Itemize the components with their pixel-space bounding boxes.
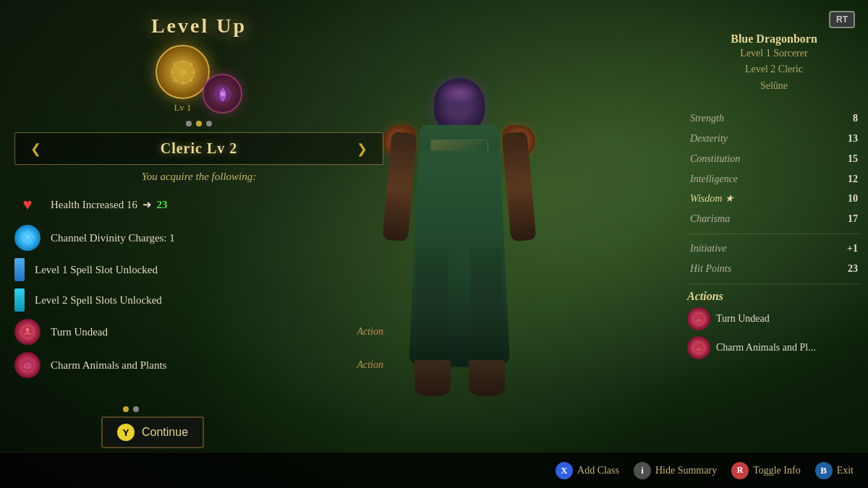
leg-left xyxy=(416,248,448,378)
action-name: Charm Animals and Pl... xyxy=(716,342,816,354)
stat-name-cell: Intelligence xyxy=(687,169,822,189)
stat-row: Charisma17 xyxy=(687,209,861,229)
b-button[interactable]: B xyxy=(815,462,833,479)
prev-class-btn[interactable]: ❮ xyxy=(27,141,45,157)
stat-value-cell: 17 xyxy=(822,209,861,229)
r-button[interactable]: R xyxy=(731,462,749,479)
stat-name-cell: Dexterity xyxy=(687,129,822,149)
spell1-bar xyxy=(14,258,25,281)
stat-name-cell: Constitution xyxy=(687,149,822,169)
progress-dots xyxy=(14,121,383,127)
char-class1: Level 1 Sorcerer xyxy=(687,46,861,61)
health-new-val: 23 xyxy=(156,199,167,210)
stat-value-cell: 13 xyxy=(822,129,861,149)
left-panel: Level Up Lv 1 xyxy=(14,14,383,378)
spell2-text: Level 2 Spell Slots Unlocked xyxy=(35,294,383,307)
level-up-title: Level Up xyxy=(14,14,383,38)
svg-point-10 xyxy=(179,69,187,76)
stat-name-cell: Strength xyxy=(687,108,822,129)
health-text: Health Increased 16 ➜ 23 xyxy=(51,198,383,211)
icons-row: Lv 1 xyxy=(14,45,383,114)
continue-btn-label: Continue xyxy=(142,426,188,439)
add-class-label: Add Class xyxy=(577,465,619,476)
svg-point-12 xyxy=(221,92,225,96)
charm-animals-icon xyxy=(14,352,41,378)
exit-label: Exit xyxy=(837,465,854,476)
health-label: Health Increased xyxy=(51,199,127,210)
bottom-action-hide-summary[interactable]: i Hide Summary xyxy=(634,462,717,479)
dot-2 xyxy=(196,121,202,127)
stat-value-cell: 10 xyxy=(822,189,861,209)
channel-icon: ✳ xyxy=(14,225,41,251)
continue-button[interactable]: Y Continue xyxy=(101,416,204,448)
stat-row: Wisdom ★10 xyxy=(687,189,861,209)
class-name: Cleric Lv 2 xyxy=(161,140,238,157)
next-class-btn[interactable]: ❯ xyxy=(353,141,371,157)
turn-undead-text: Turn Undead xyxy=(51,326,346,338)
stat-divider xyxy=(687,234,861,234)
secondary-stat-name: Initiative xyxy=(687,239,815,259)
spell2-bar xyxy=(14,288,25,312)
acquire-text: You acquire the following: xyxy=(14,171,383,183)
spell1-bar-icon xyxy=(14,258,25,281)
character-head xyxy=(434,78,485,132)
feature-health: ♥ Health Increased 16 ➜ 23 xyxy=(14,192,383,218)
bottom-action-add-class[interactable]: X Add Class xyxy=(556,462,619,479)
dot-3 xyxy=(206,121,212,127)
title-area: Level Up xyxy=(14,14,383,38)
svg-point-14 xyxy=(26,328,29,331)
i-button[interactable]: i xyxy=(634,462,651,479)
feature-spell1: Level 1 Spell Slot Unlocked xyxy=(14,258,383,281)
char-deity: Selûne xyxy=(687,78,861,94)
stat-divider-2 xyxy=(687,283,861,284)
feature-channel: ✳ Channel Divinity Charges: 1 xyxy=(14,225,383,251)
stat-row: Strength8 xyxy=(687,108,861,129)
health-icon: ♥ xyxy=(14,192,41,218)
bottom-action-exit[interactable]: B Exit xyxy=(815,462,854,479)
action-item: Turn Undead xyxy=(687,307,861,330)
bottom-dot-1 xyxy=(123,406,129,412)
spell2-bar-icon xyxy=(14,288,25,312)
main-class-icon xyxy=(156,45,210,99)
lv-label: Lv 1 xyxy=(156,102,210,114)
stats-table: Strength8Dexterity13Constitution15Intell… xyxy=(687,108,861,229)
action-icon xyxy=(687,336,710,359)
rt-badge: RT xyxy=(829,11,855,28)
stat-row: Constitution15 xyxy=(687,149,861,169)
feature-turn-undead: Turn Undead Action xyxy=(14,319,383,345)
bottom-bar: X Add Class i Hide Summary R Toggle Info… xyxy=(0,452,868,488)
leg-right xyxy=(470,248,503,378)
continue-btn-area: Y Continue xyxy=(101,416,204,448)
secondary-stat-name: Hit Points xyxy=(687,259,815,279)
actions-list: Turn Undead Charm Animals and Pl... xyxy=(687,307,861,359)
continue-btn-circle-label: Y xyxy=(123,427,129,438)
character-info: Blue Dragonborn Level 1 Sorcerer Level 2… xyxy=(687,33,861,94)
boot-right xyxy=(469,360,505,396)
dot-1 xyxy=(186,121,192,127)
actions-header: Actions xyxy=(687,290,861,303)
charm-animals-text: Charm Animals and Plants xyxy=(51,359,346,372)
class-selector[interactable]: ❮ Cleric Lv 2 ❯ xyxy=(14,132,383,165)
secondary-stat-row: Initiative+1 xyxy=(687,239,861,259)
x-button[interactable]: X xyxy=(556,462,573,479)
stat-value-cell: 8 xyxy=(822,108,861,129)
charm-animals-action: Action xyxy=(357,359,383,371)
stat-value-cell: 15 xyxy=(822,149,861,169)
action-item: Charm Animals and Pl... xyxy=(687,336,861,359)
action-icon xyxy=(687,307,710,330)
stat-name-cell: Charisma xyxy=(687,209,822,229)
bottom-progress-dots xyxy=(123,406,139,412)
feature-spell2: Level 2 Spell Slots Unlocked xyxy=(14,288,383,312)
stat-row: Dexterity13 xyxy=(687,129,861,149)
secondary-icon xyxy=(203,74,242,114)
boot-left xyxy=(414,360,451,396)
secondary-stat-value: +1 xyxy=(815,239,861,259)
bottom-action-toggle-info[interactable]: R Toggle Info xyxy=(731,462,801,479)
health-old-val: 16 xyxy=(127,199,137,210)
hide-summary-label: Hide Summary xyxy=(655,465,717,476)
secondary-stat-row: Hit Points23 xyxy=(687,259,861,279)
char-class2: Level 2 Cleric xyxy=(687,61,861,77)
turn-undead-action: Action xyxy=(357,326,383,338)
channel-text: Channel Divinity Charges: 1 xyxy=(51,232,383,244)
character-body xyxy=(401,78,517,425)
